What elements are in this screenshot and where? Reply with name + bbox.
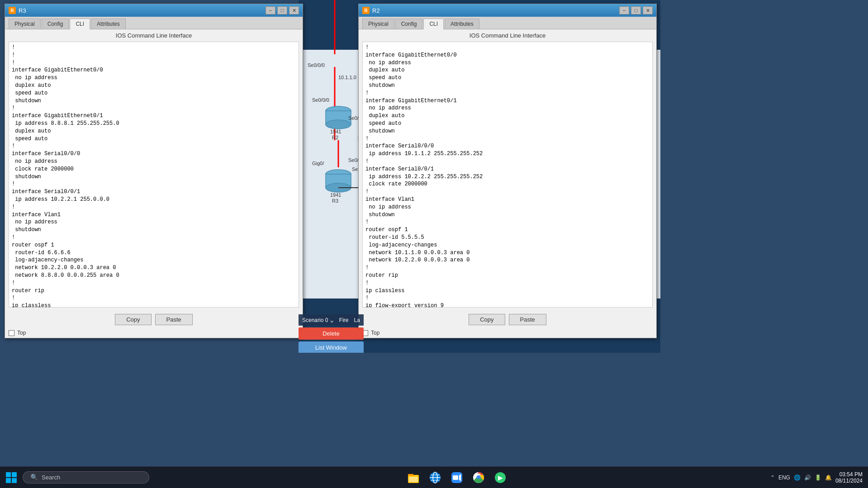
- r2-footer: Top: [359, 328, 656, 338]
- tray-volume-icon[interactable]: 🔊: [804, 474, 811, 481]
- tray-expand-button[interactable]: ⌃: [770, 474, 775, 481]
- svg-text:▶: ▶: [498, 474, 503, 481]
- r3-close-button[interactable]: ✕: [289, 6, 299, 14]
- r3-tab-attributes[interactable]: Attributes: [91, 19, 126, 29]
- tray-language[interactable]: ENG: [778, 474, 790, 481]
- r3-footer: Top: [5, 328, 303, 338]
- r2-buttons: Copy Paste: [359, 311, 656, 328]
- taskbar-app-file-explorer[interactable]: [403, 468, 423, 488]
- popup-overlay: Scenario 0 ⌄ Fire La Delete List Window: [299, 314, 364, 353]
- la-label[interactable]: La: [354, 317, 360, 323]
- r2-paste-button[interactable]: Paste: [509, 314, 546, 325]
- r2-title: R2: [372, 7, 617, 14]
- taskbar-app-zoom[interactable]: [447, 468, 467, 488]
- r3-tab-config[interactable]: Config: [42, 19, 69, 29]
- r3-top-label: Top: [17, 330, 26, 336]
- start-button[interactable]: [0, 467, 23, 488]
- svg-rect-27: [12, 472, 17, 477]
- tray-date: 08/11/2024: [835, 478, 863, 484]
- svg-text:1941: 1941: [330, 192, 341, 198]
- r3-top-checkbox[interactable]: [9, 330, 14, 336]
- r3-titlebar[interactable]: R R3 − □ ✕: [5, 4, 303, 17]
- desktop: Se0/0/0 10.1.1.0 Se0/0/0 1941 R2 Se0/0/1: [0, 0, 868, 488]
- tray-battery-icon[interactable]: 🔋: [815, 474, 821, 481]
- r2-maximize-button[interactable]: □: [631, 6, 641, 14]
- svg-rect-28: [6, 478, 11, 483]
- svg-rect-39: [453, 475, 458, 480]
- r3-tab-physical[interactable]: Physical: [9, 19, 41, 29]
- r3-cli-content[interactable]: ! ! ! interface GigabitEthernet0/0 no ip…: [9, 42, 299, 308]
- r3-maximize-button[interactable]: □: [277, 6, 287, 14]
- svg-rect-29: [12, 478, 17, 483]
- r3-minimize-button[interactable]: −: [266, 6, 275, 14]
- r3-section-header: IOS Command Line Interface: [5, 29, 303, 42]
- scenario-label: Scenario 0: [302, 317, 328, 323]
- r3-title: R3: [19, 7, 263, 14]
- taskbar-app-chrome[interactable]: [469, 468, 489, 488]
- r2-tabs: Physical Config CLI Attributes: [359, 17, 656, 29]
- list-window-button[interactable]: List Window: [299, 341, 364, 353]
- svg-point-10: [326, 120, 351, 129]
- r2-top-label: Top: [371, 330, 379, 336]
- svg-rect-31: [408, 474, 413, 476]
- r2-tab-attributes[interactable]: Attributes: [445, 19, 479, 29]
- tray-clock[interactable]: 03:54 PM 08/11/2024: [835, 471, 863, 484]
- window-r3: R R3 − □ ✕ Physical Config CLI Attribute…: [5, 4, 303, 338]
- svg-text:R2: R2: [332, 135, 338, 140]
- r2-titlebar[interactable]: R R2 − □ ✕: [359, 4, 656, 17]
- other-app-icon: ▶: [494, 471, 507, 484]
- svg-text:Se0/0/0: Se0/0/0: [308, 62, 325, 68]
- svg-text:10.1.1.0: 10.1.1.0: [338, 75, 356, 80]
- svg-text:R3: R3: [332, 198, 338, 204]
- taskbar-app-browser[interactable]: [425, 468, 445, 488]
- r3-title-icon: R: [9, 7, 16, 14]
- taskbar-search-text: Search: [42, 474, 60, 481]
- taskbar-apps: ▶: [149, 468, 765, 488]
- browser-icon: [429, 471, 441, 484]
- r3-paste-button[interactable]: Paste: [155, 314, 193, 325]
- r3-tabs: Physical Config CLI Attributes: [5, 17, 303, 29]
- r3-window-controls: − □ ✕: [266, 6, 299, 14]
- r2-tab-cli[interactable]: CLI: [423, 19, 444, 29]
- window-r2: R R2 − □ ✕ Physical Config CLI Attribute…: [358, 4, 657, 338]
- r2-cli-content[interactable]: ! interface GigabitEthernet0/0 no ip add…: [362, 42, 653, 308]
- taskbar: 🔍 Search: [0, 466, 868, 488]
- svg-text:Gig0/: Gig0/: [312, 161, 324, 166]
- tray-time: 03:54 PM: [840, 471, 863, 478]
- svg-rect-32: [409, 477, 418, 482]
- r3-copy-button[interactable]: Copy: [115, 314, 151, 325]
- chrome-icon: [472, 471, 485, 484]
- r2-tab-config[interactable]: Config: [395, 19, 423, 29]
- r2-window-controls: − □ ✕: [619, 6, 653, 14]
- delete-button[interactable]: Delete: [299, 327, 364, 340]
- taskbar-tray: ⌃ ENG 🌐 🔊 🔋 🔔 03:54 PM 08/11/2024: [765, 471, 868, 484]
- svg-text:1941: 1941: [330, 129, 341, 134]
- windows-logo-icon: [5, 471, 18, 484]
- r2-title-icon: R: [362, 7, 370, 14]
- r2-close-button[interactable]: ✕: [643, 6, 653, 14]
- r3-buttons: Copy Paste: [5, 311, 303, 328]
- r3-tab-cli[interactable]: CLI: [70, 19, 90, 29]
- tray-notification-icon[interactable]: 🔔: [825, 474, 832, 481]
- taskbar-search-icon: 🔍: [30, 474, 38, 481]
- svg-text:Se0/0/0: Se0/0/0: [312, 97, 329, 103]
- tray-network-icon[interactable]: 🌐: [794, 474, 801, 481]
- r2-section-header: IOS Command Line Interface: [359, 29, 656, 42]
- r2-minimize-button[interactable]: −: [619, 6, 629, 14]
- zoom-icon: [451, 471, 463, 484]
- svg-rect-26: [6, 472, 11, 477]
- taskbar-app-other[interactable]: ▶: [490, 468, 510, 488]
- r2-tab-physical[interactable]: Physical: [362, 19, 394, 29]
- taskbar-search-bar[interactable]: 🔍 Search: [23, 471, 149, 483]
- r2-copy-button[interactable]: Copy: [469, 314, 505, 325]
- fire-label[interactable]: Fire: [339, 317, 349, 323]
- file-explorer-icon: [407, 471, 420, 484]
